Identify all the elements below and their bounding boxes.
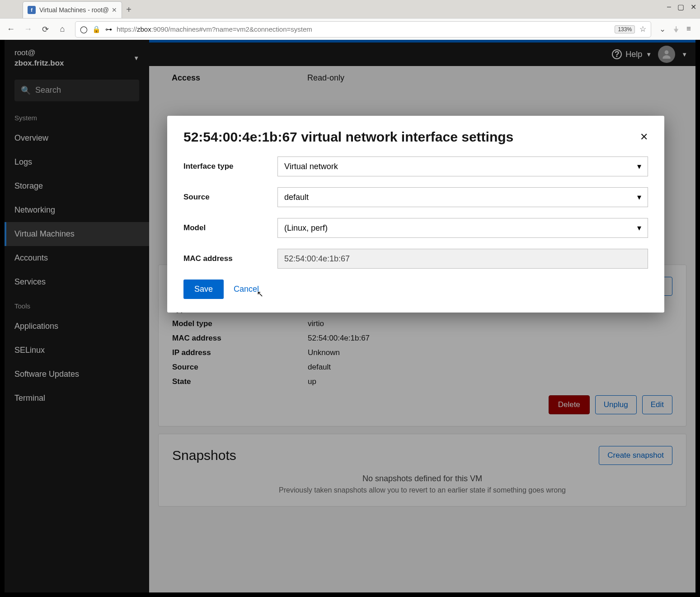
back-icon[interactable]: ← <box>6 24 15 34</box>
tab-close-icon[interactable]: ✕ <box>112 6 117 14</box>
browser-chrome: – ▢ ✕ f Virtual Machines - root@ ✕ + ← →… <box>0 0 700 40</box>
iface-type-label: Interface type <box>183 162 277 171</box>
key-icon[interactable]: ⊶ <box>105 25 112 33</box>
nic-settings-modal: 52:54:00:4e:1b:67 virtual network interf… <box>167 116 664 313</box>
menu-icon[interactable]: ≡ <box>686 24 691 34</box>
chevron-down-icon: ▾ <box>637 223 641 233</box>
pocket-icon[interactable]: ⌄ <box>659 24 666 34</box>
chevron-down-icon: ▾ <box>637 161 641 171</box>
model-select[interactable]: (Linux, perf)▾ <box>277 218 648 238</box>
close-icon[interactable]: ✕ <box>640 131 648 143</box>
model-label: Model <box>183 223 277 232</box>
mac-label: MAC address <box>183 254 277 263</box>
url-text: https://zbox:9090/machines#vm?name=vm2&c… <box>117 25 610 33</box>
save-button[interactable]: Save <box>183 280 224 299</box>
zoom-badge[interactable]: 133% <box>615 25 635 33</box>
tab-title: Virtual Machines - root@ <box>39 6 109 14</box>
close-window-icon[interactable]: ✕ <box>691 3 696 11</box>
new-tab-button[interactable]: + <box>122 1 136 18</box>
reload-icon[interactable]: ⟳ <box>41 24 50 34</box>
window-controls: – ▢ ✕ <box>667 3 696 11</box>
chevron-down-icon: ▾ <box>637 192 641 202</box>
favicon-icon: f <box>28 6 36 14</box>
toolbar-right: ⌄ ⏚ ≡ <box>659 24 694 34</box>
source-label: Source <box>183 193 277 202</box>
mac-field: 52:54:00:4e:1b:67 <box>277 249 648 269</box>
home-icon[interactable]: ⌂ <box>58 24 67 34</box>
tab-bar: f Virtual Machines - root@ ✕ + <box>0 0 700 18</box>
forward-icon: → <box>23 24 33 34</box>
source-select[interactable]: default▾ <box>277 187 648 207</box>
cancel-button[interactable]: Cancel <box>234 280 259 299</box>
shield-icon[interactable]: ◯ <box>80 25 88 33</box>
lock-icon[interactable]: 🔒 <box>92 25 101 33</box>
maximize-icon[interactable]: ▢ <box>677 3 684 11</box>
library-icon[interactable]: ⏚ <box>674 24 678 34</box>
iface-type-select[interactable]: Virtual network▾ <box>277 156 648 176</box>
minimize-icon[interactable]: – <box>667 3 671 11</box>
url-input[interactable]: ◯ 🔒 ⊶ https://zbox:9090/machines#vm?name… <box>75 21 651 38</box>
browser-tab[interactable]: f Virtual Machines - root@ ✕ <box>23 1 122 18</box>
modal-title: 52:54:00:4e:1b:67 virtual network interf… <box>183 129 513 145</box>
address-bar: ← → ⟳ ⌂ ◯ 🔒 ⊶ https://zbox:9090/machines… <box>0 18 700 40</box>
bookmark-icon[interactable]: ☆ <box>639 24 646 34</box>
app-frame: root@ zbox.fritz.box ▼ 🔍 Search System O… <box>5 40 695 592</box>
